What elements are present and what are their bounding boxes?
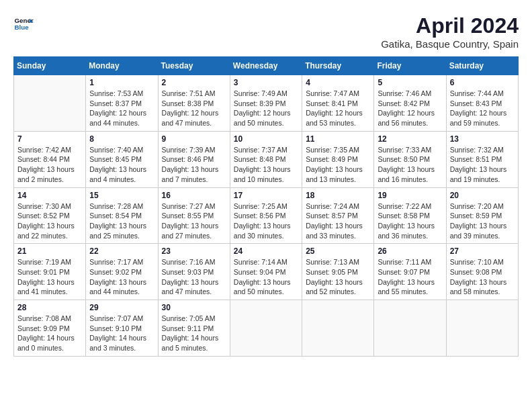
- day-number: 12: [378, 134, 442, 144]
- calendar-cell: 25Sunrise: 7:13 AMSunset: 9:05 PMDayligh…: [302, 244, 374, 300]
- calendar-cell: 8Sunrise: 7:40 AMSunset: 8:45 PMDaylight…: [86, 131, 158, 187]
- day-number: 11: [306, 134, 370, 144]
- day-info: Sunrise: 7:40 AMSunset: 8:45 PMDaylight:…: [89, 145, 154, 185]
- day-number: 8: [89, 134, 154, 144]
- day-header-tuesday: Tuesday: [158, 57, 230, 75]
- calendar-cell: 9Sunrise: 7:39 AMSunset: 8:46 PMDaylight…: [158, 131, 230, 187]
- day-info: Sunrise: 7:08 AMSunset: 9:09 PMDaylight:…: [17, 314, 82, 353]
- day-number: 7: [17, 134, 82, 144]
- subtitle: Gatika, Basque Country, Spain: [381, 38, 519, 50]
- calendar-cell: 3Sunrise: 7:49 AMSunset: 8:39 PMDaylight…: [230, 75, 302, 132]
- day-info: Sunrise: 7:25 AMSunset: 8:56 PMDaylight:…: [234, 201, 298, 241]
- calendar-table: SundayMondayTuesdayWednesdayThursdayFrid…: [13, 56, 519, 357]
- day-number: 18: [306, 191, 370, 200]
- calendar-cell: 23Sunrise: 7:16 AMSunset: 9:03 PMDayligh…: [158, 244, 230, 300]
- calendar-cell: [302, 300, 374, 357]
- day-info: Sunrise: 7:14 AMSunset: 9:04 PMDaylight:…: [234, 257, 298, 297]
- day-info: Sunrise: 7:19 AMSunset: 9:01 PMDaylight:…: [17, 257, 82, 297]
- day-number: 30: [162, 303, 226, 312]
- day-number: 27: [450, 246, 515, 256]
- day-number: 13: [450, 134, 515, 144]
- day-info: Sunrise: 7:28 AMSunset: 8:54 PMDaylight:…: [89, 201, 154, 241]
- day-info: Sunrise: 7:27 AMSunset: 8:55 PMDaylight:…: [162, 201, 226, 241]
- day-number: 16: [162, 191, 226, 200]
- calendar-cell: 17Sunrise: 7:25 AMSunset: 8:56 PMDayligh…: [230, 187, 302, 244]
- calendar-cell: 13Sunrise: 7:32 AMSunset: 8:51 PMDayligh…: [446, 131, 518, 187]
- day-info: Sunrise: 7:05 AMSunset: 9:11 PMDaylight:…: [162, 314, 226, 353]
- day-info: Sunrise: 7:46 AMSunset: 8:42 PMDaylight:…: [378, 89, 442, 128]
- calendar-cell: 14Sunrise: 7:30 AMSunset: 8:52 PMDayligh…: [14, 187, 86, 244]
- day-number: 28: [17, 303, 82, 312]
- logo-icon: General Blue: [13, 13, 34, 34]
- calendar-cell: 10Sunrise: 7:37 AMSunset: 8:48 PMDayligh…: [230, 131, 302, 187]
- calendar-cell: 27Sunrise: 7:10 AMSunset: 9:08 PMDayligh…: [446, 244, 518, 300]
- day-info: Sunrise: 7:49 AMSunset: 8:39 PMDaylight:…: [234, 89, 298, 128]
- page-header: General Blue April 2024 Gatika, Basque C…: [13, 13, 519, 50]
- day-number: 4: [306, 78, 370, 87]
- calendar-cell: 2Sunrise: 7:51 AMSunset: 8:38 PMDaylight…: [158, 75, 230, 132]
- day-number: 2: [162, 78, 226, 87]
- logo: General Blue: [13, 13, 34, 34]
- calendar-cell: 6Sunrise: 7:44 AMSunset: 8:43 PMDaylight…: [446, 75, 518, 132]
- day-info: Sunrise: 7:51 AMSunset: 8:38 PMDaylight:…: [162, 89, 226, 128]
- day-number: 1: [89, 78, 154, 87]
- calendar-cell: [446, 300, 518, 357]
- day-info: Sunrise: 7:20 AMSunset: 8:59 PMDaylight:…: [450, 201, 515, 241]
- day-header-saturday: Saturday: [446, 57, 518, 75]
- calendar-week-3: 14Sunrise: 7:30 AMSunset: 8:52 PMDayligh…: [14, 187, 519, 244]
- day-info: Sunrise: 7:35 AMSunset: 8:49 PMDaylight:…: [306, 145, 370, 185]
- calendar-cell: 18Sunrise: 7:24 AMSunset: 8:57 PMDayligh…: [302, 187, 374, 244]
- main-title: April 2024: [381, 13, 519, 38]
- day-number: 21: [17, 246, 82, 256]
- calendar-cell: 28Sunrise: 7:08 AMSunset: 9:09 PMDayligh…: [14, 300, 86, 357]
- calendar-cell: 11Sunrise: 7:35 AMSunset: 8:49 PMDayligh…: [302, 131, 374, 187]
- day-info: Sunrise: 7:39 AMSunset: 8:46 PMDaylight:…: [162, 145, 226, 185]
- day-info: Sunrise: 7:24 AMSunset: 8:57 PMDaylight:…: [306, 201, 370, 241]
- day-number: 26: [378, 246, 442, 256]
- day-info: Sunrise: 7:37 AMSunset: 8:48 PMDaylight:…: [234, 145, 298, 185]
- title-block: April 2024 Gatika, Basque Country, Spain: [381, 13, 519, 50]
- day-info: Sunrise: 7:30 AMSunset: 8:52 PMDaylight:…: [17, 201, 82, 241]
- day-number: 9: [162, 134, 226, 144]
- calendar-cell: [374, 300, 446, 357]
- day-number: 20: [450, 191, 515, 200]
- day-info: Sunrise: 7:17 AMSunset: 9:02 PMDaylight:…: [89, 257, 154, 297]
- day-number: 23: [162, 246, 226, 256]
- day-info: Sunrise: 7:42 AMSunset: 8:44 PMDaylight:…: [17, 145, 82, 185]
- calendar-cell: 5Sunrise: 7:46 AMSunset: 8:42 PMDaylight…: [374, 75, 446, 132]
- calendar-cell: 7Sunrise: 7:42 AMSunset: 8:44 PMDaylight…: [14, 131, 86, 187]
- day-number: 17: [234, 191, 298, 200]
- day-number: 15: [89, 191, 154, 200]
- day-info: Sunrise: 7:33 AMSunset: 8:50 PMDaylight:…: [378, 145, 442, 185]
- calendar-cell: 16Sunrise: 7:27 AMSunset: 8:55 PMDayligh…: [158, 187, 230, 244]
- day-number: 3: [234, 78, 298, 87]
- day-header-thursday: Thursday: [302, 57, 374, 75]
- day-header-wednesday: Wednesday: [230, 57, 302, 75]
- day-info: Sunrise: 7:13 AMSunset: 9:05 PMDaylight:…: [306, 257, 370, 297]
- day-number: 14: [17, 191, 82, 200]
- calendar-cell: 19Sunrise: 7:22 AMSunset: 8:58 PMDayligh…: [374, 187, 446, 244]
- day-header-monday: Monday: [86, 57, 158, 75]
- day-number: 29: [89, 303, 154, 312]
- day-header-sunday: Sunday: [14, 57, 86, 75]
- day-info: Sunrise: 7:47 AMSunset: 8:41 PMDaylight:…: [306, 89, 370, 128]
- calendar-cell: 22Sunrise: 7:17 AMSunset: 9:02 PMDayligh…: [86, 244, 158, 300]
- day-info: Sunrise: 7:16 AMSunset: 9:03 PMDaylight:…: [162, 257, 226, 297]
- day-info: Sunrise: 7:11 AMSunset: 9:07 PMDaylight:…: [378, 257, 442, 297]
- svg-text:Blue: Blue: [15, 24, 30, 31]
- day-number: 25: [306, 246, 370, 256]
- calendar-cell: [14, 75, 86, 132]
- day-info: Sunrise: 7:44 AMSunset: 8:43 PMDaylight:…: [450, 89, 515, 128]
- calendar-cell: 26Sunrise: 7:11 AMSunset: 9:07 PMDayligh…: [374, 244, 446, 300]
- day-info: Sunrise: 7:07 AMSunset: 9:10 PMDaylight:…: [89, 314, 154, 353]
- calendar-cell: 30Sunrise: 7:05 AMSunset: 9:11 PMDayligh…: [158, 300, 230, 357]
- calendar-cell: 29Sunrise: 7:07 AMSunset: 9:10 PMDayligh…: [86, 300, 158, 357]
- day-info: Sunrise: 7:22 AMSunset: 8:58 PMDaylight:…: [378, 201, 442, 241]
- day-number: 5: [378, 78, 442, 87]
- calendar-cell: 4Sunrise: 7:47 AMSunset: 8:41 PMDaylight…: [302, 75, 374, 132]
- day-number: 22: [89, 246, 154, 256]
- day-number: 10: [234, 134, 298, 144]
- calendar-cell: 12Sunrise: 7:33 AMSunset: 8:50 PMDayligh…: [374, 131, 446, 187]
- calendar-cell: 20Sunrise: 7:20 AMSunset: 8:59 PMDayligh…: [446, 187, 518, 244]
- calendar-week-1: 1Sunrise: 7:53 AMSunset: 8:37 PMDaylight…: [14, 75, 519, 132]
